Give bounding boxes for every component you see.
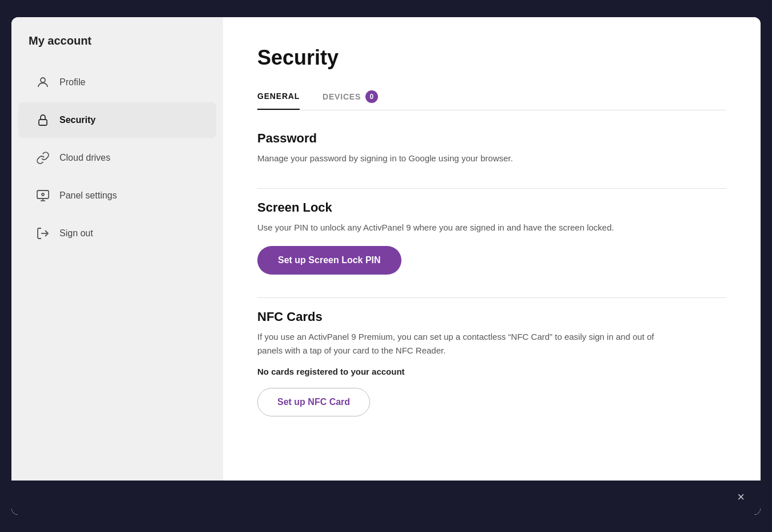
modal-inner: My account Profile (11, 17, 761, 515)
nfc-cards-desc: If you use an ActivPanel 9 Premium, you … (257, 330, 669, 358)
screen-lock-section: Screen Lock Use your PIN to unlock any A… (257, 200, 726, 275)
sidebar-item-cloud-drives[interactable]: Cloud drives (18, 140, 216, 176)
password-section-desc: Manage your password by signing in to Go… (257, 152, 669, 165)
modal-body: My account Profile (11, 17, 761, 515)
tab-devices-label: DEVICES (323, 92, 361, 101)
screen-lock-title: Screen Lock (257, 200, 726, 215)
nfc-cards-title: NFC Cards (257, 309, 726, 324)
sign-out-icon (35, 226, 50, 241)
svg-rect-1 (39, 120, 47, 125)
password-section: Password Manage your password by signing… (257, 131, 726, 165)
tab-general-label: GENERAL (257, 92, 300, 101)
sidebar-item-cloud-drives-label: Cloud drives (59, 153, 110, 163)
modal-container: My account Profile (11, 17, 761, 515)
setup-screen-lock-button[interactable]: Set up Screen Lock PIN (257, 246, 401, 275)
page-title: Security (257, 46, 726, 70)
close-button[interactable]: × (737, 491, 745, 503)
sidebar-item-sign-out-label: Sign out (59, 228, 93, 239)
tabs-container: GENERAL DEVICES 0 (257, 86, 726, 110)
divider-1 (257, 188, 726, 189)
tab-general[interactable]: GENERAL (257, 86, 300, 110)
sidebar-item-security-label: Security (59, 115, 95, 125)
password-section-title: Password (257, 131, 726, 146)
devices-badge: 0 (365, 90, 378, 103)
svg-rect-2 (37, 190, 49, 198)
sidebar: My account Profile (11, 17, 223, 515)
screen-lock-desc: Use your PIN to unlock any ActivPanel 9 … (257, 221, 669, 235)
svg-point-0 (41, 78, 45, 82)
nfc-cards-section: NFC Cards If you use an ActivPanel 9 Pre… (257, 309, 726, 416)
sidebar-item-security[interactable]: Security (18, 102, 216, 138)
main-content: Security GENERAL DEVICES 0 Password Mana… (223, 17, 761, 515)
tab-devices[interactable]: DEVICES 0 (323, 86, 378, 110)
setup-nfc-card-button[interactable]: Set up NFC Card (257, 388, 370, 416)
monitor-settings-icon (35, 188, 50, 203)
divider-2 (257, 297, 726, 298)
sidebar-item-sign-out[interactable]: Sign out (18, 216, 216, 251)
sidebar-title: My account (11, 34, 223, 63)
no-cards-text: No cards registered to your account (257, 367, 726, 376)
svg-point-3 (42, 193, 44, 196)
lock-icon (35, 113, 50, 128)
sidebar-item-profile-label: Profile (59, 77, 85, 88)
person-icon (35, 75, 50, 90)
bottom-bar: × (11, 481, 761, 515)
link-icon (35, 150, 50, 165)
sidebar-item-panel-settings[interactable]: Panel settings (18, 178, 216, 213)
sidebar-item-profile[interactable]: Profile (18, 65, 216, 100)
sidebar-item-panel-settings-label: Panel settings (59, 190, 117, 201)
